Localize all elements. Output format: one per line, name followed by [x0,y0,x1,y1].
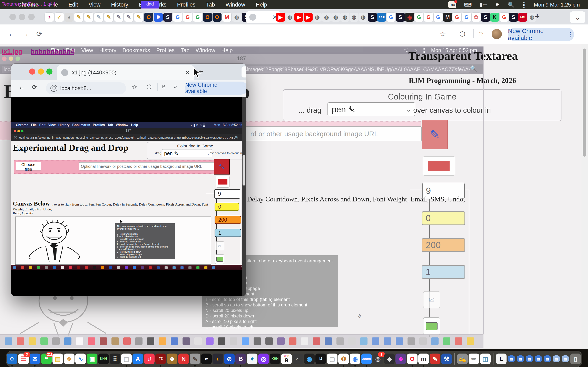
window-zoom-button[interactable] [28,14,35,20]
inner-zoom-button[interactable] [46,68,52,75]
pinned-tab[interactable]: ✎ [134,12,144,22]
dock-icon-terminal[interactable]: >_ [293,354,303,364]
dock-icon-mini-file[interactable]: ▤ [562,355,569,362]
pinned-tab[interactable]: O [203,13,212,22]
profile-avatar[interactable] [492,29,502,39]
active-tab[interactable]: ✕ [246,11,280,23]
battery-icon[interactable]: ▮▭ [480,2,488,8]
new-tab-button[interactable]: + [535,12,540,21]
dock-icon-news[interactable]: N [178,354,189,364]
dock-icon-reminders[interactable]: ☰3 [18,354,29,364]
pinned-tab[interactable]: ◍ [340,13,349,22]
dock-icon-gimp[interactable]: ✎ [190,354,200,364]
dock-icon-mini-file[interactable]: ▤ [544,355,551,362]
dock-icon-krita[interactable]: ✎ [430,354,440,364]
tab-search-chevron[interactable]: ⌄ [570,11,585,23]
inner-choose-files-button[interactable]: Choose files [16,162,41,170]
dock-icon-contacts[interactable]: ☻ [167,354,177,364]
dock-icon-tool[interactable]: ⚒ [441,354,452,364]
menu-item[interactable]: View [89,2,100,8]
inner-input-delay[interactable]: 0 [215,203,239,211]
menu-clock[interactable]: Mon 9 Mar 1:25 pm [534,2,580,8]
inner-pen-select[interactable]: pen ✎ ⌄ [162,149,212,157]
inner-address-bar[interactable]: ⓘ localhost:8... [46,82,126,94]
pinned-tab[interactable]: S [481,13,490,22]
dock-icon-m-app[interactable]: m [418,354,429,364]
dock-icon-slash-blue[interactable]: ⊘ [224,354,234,364]
pinned-tab[interactable]: ✎ [94,12,104,22]
pinned-tab[interactable]: S [509,13,518,22]
page-scrollbar-thumb[interactable] [583,49,586,157]
dock-icon-safari[interactable]: ✦ [247,354,258,364]
bg-sms-button[interactable] [423,317,440,335]
dock-icon-skull[interactable]: ☻ [396,354,406,364]
window-close-button[interactable] [9,14,16,20]
dock-icon-notepad[interactable]: ✏ [468,354,479,364]
dock-icon-chrome[interactable]: ◉ [350,354,360,364]
inner-back-button[interactable]: ← [18,83,25,91]
menu-item[interactable]: History [111,2,128,8]
pinned-tab[interactable]: ◔ [44,12,54,22]
dock-icon-khh2[interactable]: KHH [270,354,280,364]
inner-scrollbar-track[interactable] [242,97,246,296]
inner-colour-swatch-button[interactable] [216,176,230,188]
dock-icon-mini-file[interactable]: ▤ [553,355,560,362]
inner-new-tab-button[interactable]: + [199,67,203,76]
inner-close-button[interactable] [29,68,35,75]
dock-icon-mini-file[interactable]: ▤ [526,355,533,362]
dock-icon-wave[interactable]: ∿ [75,354,86,364]
inner-input-weight[interactable]: 1 [215,229,241,237]
keyboard-icon[interactable]: ⌨ [464,2,472,8]
wifi-icon[interactable]: ⚟ [495,2,500,8]
pinned-tab[interactable]: ✿ [471,12,481,22]
inner-input-nine[interactable]: 9 [214,189,240,199]
dock-icon-calendar[interactable]: 9MAR [281,354,292,364]
dock-icon-mail[interactable]: ✉ [30,354,40,364]
inner-scrollbar-thumb[interactable] [242,155,245,185]
menu-item[interactable]: Profiles [177,2,195,8]
pinned-tab[interactable]: ✎ [114,12,123,22]
inner-tab-close-icon[interactable]: ✕ [185,69,190,76]
dock-icon-mini-file[interactable]: ▤ [535,355,542,362]
pinned-tab[interactable]: ◕ [65,13,73,22]
inner-reload-button[interactable]: ⟳ [32,83,37,91]
inner-url-input[interactable] [79,162,215,170]
menu-item[interactable]: Help [256,2,267,8]
textarea-resize-grip[interactable]: ≡ [356,312,363,319]
inner-minimize-button[interactable] [38,68,44,75]
pinned-tab[interactable]: ◍ [313,13,322,22]
dock-icon-intellij[interactable]: IJ [315,354,326,364]
dock-icon-messages[interactable]: ❝211 [41,354,52,364]
pinned-tab[interactable]: ◍ [322,13,331,22]
dock-icon-app-store[interactable]: A [132,354,143,364]
dock-icon-filezilla[interactable]: FZ [155,354,166,364]
back-button[interactable]: ← [8,30,15,38]
inner-bookmark-star-icon[interactable]: ☆ [132,83,138,91]
dock-icon-camera[interactable]: ◎1 [373,354,383,364]
dock-icon-preview[interactable]: ◫ [480,354,491,364]
pinned-tab[interactable]: ✎ [84,12,94,22]
inner-overflow-chevrons[interactable]: » [174,83,177,90]
pinned-tab[interactable]: G [452,12,462,22]
pinned-tab[interactable]: K [490,13,499,22]
inner-battery-saver-icon[interactable]: ⍾ [162,83,165,90]
pinned-tab[interactable]: G [499,12,509,22]
pinned-tab[interactable]: ✎ [124,12,134,22]
bg-email-button[interactable]: ✉ [423,291,440,308]
pinned-tab[interactable]: ◍ [331,13,340,22]
forward-button[interactable]: → [22,30,29,38]
pinned-tab[interactable]: G [183,12,192,22]
dock-icon-podcasts[interactable]: ◎ [258,354,269,364]
dock-icon-document[interactable]: ▢ [121,354,132,364]
inner-extensions-icon[interactable]: ⬡ [146,83,152,90]
pinned-tab[interactable]: O [144,13,153,22]
bg-input-across[interactable]: 200 [422,238,465,252]
dock-icon-bear[interactable]: B [235,354,246,364]
pinned-tab[interactable]: G [173,12,182,22]
update-chrome-button[interactable]: New Chrome available ⋮ [508,28,574,41]
inner-update-chrome-button[interactable]: New Chrome available ⋮ [185,82,246,95]
dock-icon-inkscape[interactable]: ◆ [384,354,395,364]
pinned-tab[interactable]: S [396,13,405,22]
bookmark-star-icon[interactable]: ☆ [440,30,446,38]
pinned-tab[interactable]: ▶ [303,13,312,22]
